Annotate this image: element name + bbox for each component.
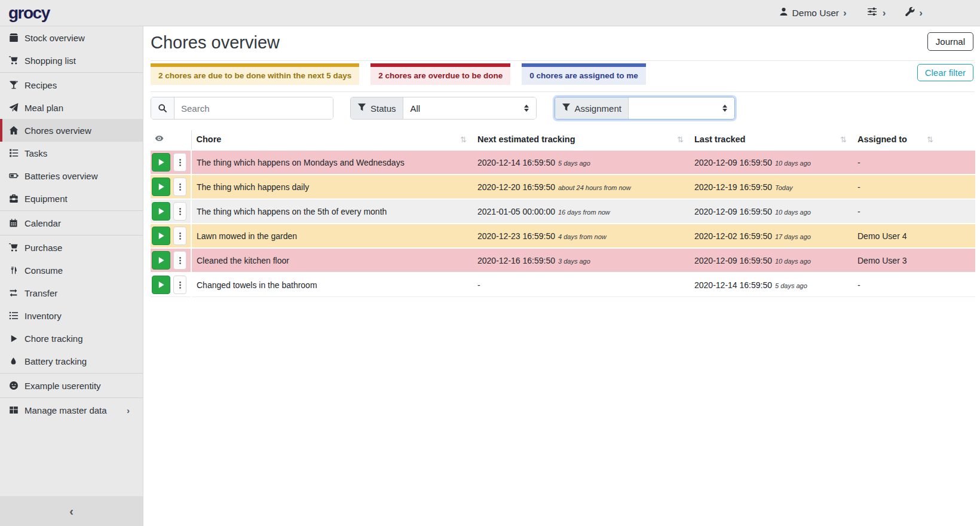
sidebar-item-label: Manage master data bbox=[24, 405, 107, 415]
row-menu-button[interactable] bbox=[173, 202, 186, 221]
sidebar-item-meal-plan[interactable]: Meal plan bbox=[0, 96, 143, 119]
row-menu-button[interactable] bbox=[173, 178, 186, 196]
time-ago: about 24 hours from now bbox=[558, 184, 631, 191]
calendar-icon bbox=[8, 218, 19, 228]
sidebar-item-label: Example userentity bbox=[24, 381, 101, 391]
sidebar-item-purchase[interactable]: Purchase bbox=[0, 236, 143, 259]
row-menu-button[interactable] bbox=[173, 227, 186, 245]
sidebar-item-label: Calendar bbox=[24, 218, 61, 228]
droplet-icon bbox=[8, 356, 19, 366]
assigned-to-cell: - bbox=[853, 199, 975, 224]
box-icon bbox=[8, 33, 19, 42]
sidebar-divider bbox=[0, 373, 143, 374]
chore-name: The thing which happens on the 5th of ev… bbox=[191, 199, 473, 224]
row-menu-button[interactable] bbox=[173, 251, 186, 270]
sidebar-item-battery-tracking[interactable]: Battery tracking bbox=[0, 350, 143, 372]
assigned-to-me-banner[interactable]: 0 chores are assigned to me bbox=[522, 63, 646, 85]
select-arrows-icon bbox=[524, 105, 529, 112]
time-ago: 10 days ago bbox=[775, 160, 811, 167]
status-banners: 2 chores are due to be done within the n… bbox=[151, 61, 974, 92]
status-filter-label: Status bbox=[351, 97, 403, 119]
row-menu-button[interactable] bbox=[173, 276, 186, 294]
due-soon-banner[interactable]: 2 chores are due to be done within the n… bbox=[151, 63, 359, 85]
topbar-menus: Demo User › › › bbox=[779, 7, 980, 19]
sliders-icon bbox=[866, 7, 878, 19]
sidebar-item-calendar[interactable]: Calendar bbox=[0, 212, 143, 234]
clear-filter-button[interactable]: Clear filter bbox=[917, 64, 973, 81]
grocy-logo[interactable]: grocy bbox=[8, 4, 50, 23]
sidebar-item-stock-overview[interactable]: Stock overview bbox=[0, 26, 143, 49]
row-menu-button[interactable] bbox=[173, 153, 186, 172]
column-header-chore[interactable]: Chore⇅ bbox=[191, 130, 473, 150]
sidebar-item-batteries-overview[interactable]: Batteries overview bbox=[0, 164, 143, 187]
exchange-icon bbox=[8, 288, 19, 298]
chevron-right-icon: › bbox=[919, 8, 923, 18]
time-ago: 10 days ago bbox=[775, 209, 811, 216]
sidebar-item-chores-overview[interactable]: Chores overview bbox=[0, 119, 143, 142]
sidebar-item-tasks[interactable]: Tasks bbox=[0, 142, 143, 164]
sidebar-item-chore-tracking[interactable]: Chore tracking bbox=[0, 327, 143, 350]
row-actions bbox=[151, 273, 191, 297]
status-select[interactable]: All bbox=[403, 97, 536, 119]
sidebar-item-label: Purchase bbox=[24, 243, 62, 253]
track-chore-execution-button[interactable] bbox=[152, 202, 170, 221]
sort-icon: ⇅ bbox=[460, 135, 467, 144]
main-content: Chores overview Journal 2 chores are due… bbox=[144, 26, 980, 526]
chevron-left-icon: ‹ bbox=[69, 504, 74, 518]
sidebar-item-shopping-list[interactable]: Shopping list bbox=[0, 49, 143, 72]
column-header-next-estimated-tracking[interactable]: Next estimated tracking⇅ bbox=[473, 130, 690, 150]
top-bar: grocy Demo User › › › bbox=[0, 0, 980, 26]
search-input[interactable] bbox=[174, 97, 333, 119]
time-ago: 5 days ago bbox=[775, 282, 807, 289]
sidebar-divider bbox=[0, 235, 143, 236]
time-ago: 17 days ago bbox=[775, 233, 811, 240]
play-icon bbox=[8, 334, 19, 343]
sidebar-item-label: Chore tracking bbox=[24, 334, 83, 344]
sidebar-item-label: Recipes bbox=[24, 80, 57, 90]
chore-name: Changed towels in the bathroom bbox=[191, 273, 473, 297]
track-chore-execution-button[interactable] bbox=[152, 153, 170, 172]
column-visibility-header bbox=[151, 130, 191, 150]
next-tracking-cell: 2020-12-16 16:59:503 days ago bbox=[473, 248, 690, 273]
next-tracking-cell: 2020-12-23 16:59:504 days from now bbox=[473, 224, 690, 248]
sidebar-item-inventory[interactable]: Inventory bbox=[0, 304, 143, 327]
sidebar-item-label: Meal plan bbox=[24, 103, 63, 113]
search-group bbox=[151, 97, 333, 120]
wrench-icon bbox=[905, 7, 915, 19]
next-tracking-cell: - bbox=[473, 273, 690, 297]
journal-button[interactable]: Journal bbox=[927, 32, 973, 51]
sidebar-item-label: Consume bbox=[24, 265, 63, 276]
sidebar-item-label: Inventory bbox=[24, 311, 62, 321]
eye-icon[interactable] bbox=[154, 134, 164, 143]
sidebar-item-recipes[interactable]: Recipes bbox=[0, 74, 143, 96]
table-row: The thing which happens daily 2020-12-20… bbox=[151, 175, 975, 199]
overdue-banner[interactable]: 2 chores are overdue to be done bbox=[370, 63, 510, 85]
table-row: Cleaned the kitchen floor 2020-12-16 16:… bbox=[151, 248, 975, 273]
column-header-assigned-to[interactable]: Assigned to⇅ bbox=[853, 130, 975, 150]
row-actions bbox=[151, 150, 191, 175]
assignment-filter-group: Assignment bbox=[555, 97, 735, 120]
toolbox-icon bbox=[8, 194, 19, 203]
sidebar-item-label: Shopping list bbox=[24, 56, 76, 66]
last-tracked-cell: 2020-12-19 16:59:50Today bbox=[690, 175, 853, 199]
column-header-last-tracked[interactable]: Last tracked⇅ bbox=[690, 130, 853, 150]
table-row: The thing which happens on Mondays and W… bbox=[151, 150, 975, 175]
track-chore-execution-button[interactable] bbox=[152, 227, 170, 245]
settings-menu[interactable]: › bbox=[866, 7, 886, 19]
sidebar-collapse-button[interactable]: ‹ bbox=[0, 496, 143, 526]
user-menu[interactable]: Demo User › bbox=[779, 7, 847, 19]
track-chore-execution-button[interactable] bbox=[152, 276, 170, 294]
sidebar-item-example-userentity[interactable]: Example userentity bbox=[0, 374, 143, 397]
sidebar-item-label: Transfer bbox=[24, 288, 57, 298]
track-chore-execution-button[interactable] bbox=[152, 251, 170, 270]
sidebar-item-transfer[interactable]: Transfer bbox=[0, 282, 143, 304]
search-icon bbox=[151, 97, 174, 119]
chore-name: Cleaned the kitchen floor bbox=[191, 248, 473, 273]
sidebar-item-consume[interactable]: Consume bbox=[0, 259, 143, 282]
next-tracking-cell: 2021-01-05 00:00:0016 days from now bbox=[473, 199, 690, 224]
admin-menu[interactable]: › bbox=[905, 7, 923, 19]
assignment-select[interactable] bbox=[629, 97, 734, 119]
track-chore-execution-button[interactable] bbox=[152, 178, 170, 196]
sidebar-item-manage-master-data[interactable]: Manage master data › bbox=[0, 399, 143, 421]
sidebar-item-equipment[interactable]: Equipment bbox=[0, 187, 143, 210]
